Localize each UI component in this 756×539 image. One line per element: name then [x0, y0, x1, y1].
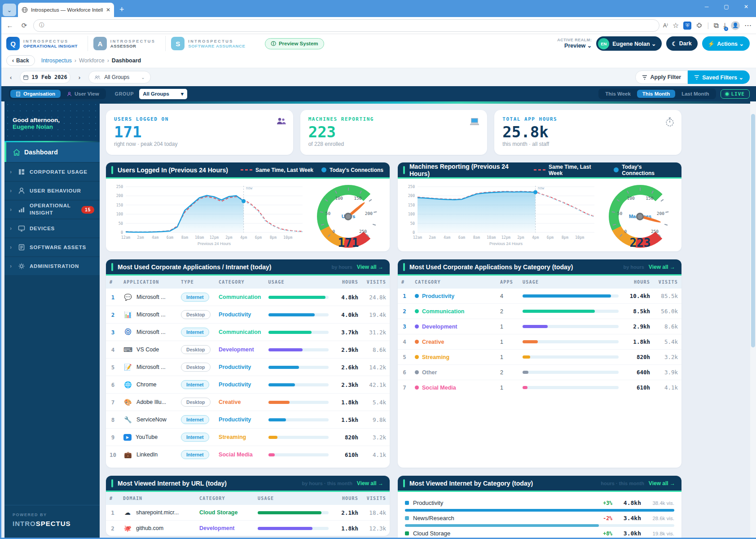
tab-close-icon[interactable]: ✕: [106, 7, 110, 13]
net-category-row-productivity[interactable]: Productivity+3%4.8kh38.4k vis.: [405, 496, 674, 512]
view-all-link[interactable]: View all →: [357, 264, 383, 270]
visits-value: 24.8k: [362, 289, 390, 306]
sidebar-item-devices[interactable]: ›DEVICES: [4, 219, 100, 237]
type-pill: Internet: [181, 293, 209, 302]
breadcrumb-row: ‹ Back Introspectus › Workforce › Dashbo…: [0, 53, 756, 68]
apply-filter-button[interactable]: Apply Filter: [635, 70, 688, 84]
password-manager-icon[interactable]: ⛨: [683, 22, 691, 30]
sidebar-item-software-assets[interactable]: ›SOFTWARE ASSETS: [4, 238, 100, 256]
net-category-row-cloud-storage[interactable]: Cloud Storage+8%3.0kh19.8k vis.: [405, 527, 674, 539]
visits-value: 85.5k: [654, 289, 681, 304]
page-scrollbar[interactable]: [750, 101, 756, 539]
dark-mode-button[interactable]: ☾ Dark: [666, 36, 698, 51]
profile-avatar[interactable]: 👤: [731, 21, 740, 30]
category-row-development[interactable]: 3Development12.9kh8.6k: [398, 319, 681, 334]
visits-value: 56.0k: [654, 304, 681, 319]
category-row-streaming[interactable]: 5Streaming1820h3.2k: [398, 350, 681, 365]
category-row-social-media[interactable]: 7Social Media1610h4.1k: [398, 380, 681, 395]
chevron-down-icon: ⌄: [141, 75, 145, 80]
realm-select[interactable]: Preview ⌄: [557, 43, 592, 50]
view-all-link[interactable]: View all →: [649, 480, 675, 486]
date-picker[interactable]: 19 Feb 2026: [20, 71, 70, 83]
category-row-productivity[interactable]: 1Productivity410.4kh85.5k: [398, 289, 681, 304]
category-row-communication[interactable]: 2Communication28.5kh56.0k: [398, 304, 681, 319]
column-header-rank: #: [398, 276, 411, 289]
date-next-button[interactable]: ›: [75, 74, 84, 81]
view-all-link[interactable]: View all →: [649, 264, 675, 270]
net-category-row-news-research[interactable]: News/Research-2%3.4kh28.6k vis.: [405, 512, 674, 527]
favorite-star-icon[interactable]: ☆: [672, 21, 679, 30]
site-info-icon[interactable]: ⓘ: [39, 22, 44, 29]
brand-assessor[interactable]: A INTROSPECTUS ASSESSOR: [88, 36, 166, 51]
app-row-vs-code[interactable]: 4⌨VS CodeDesktopDevelopment2.9kh8.6k: [106, 341, 390, 359]
category-dot: [415, 386, 419, 390]
app-row-chrome[interactable]: 6🌐ChromeInternetProductivity2.3kh42.1k: [106, 376, 390, 394]
period-last-month[interactable]: Last Month: [676, 90, 714, 98]
tab-search-button[interactable]: ⌄: [3, 4, 16, 16]
app-name: 📊Microsoft ...: [123, 311, 174, 318]
app-row-microsoft-[interactable]: 1💬Microsoft ...InternetCommunication4.8k…: [106, 289, 390, 306]
change-percent: -2%: [603, 515, 612, 521]
actions-button[interactable]: ⚡ Actions ⌄: [702, 36, 750, 51]
rank: 5: [106, 359, 120, 376]
brand-software-assurance[interactable]: S INTROSPECTUS SOFTWARE ASSURANCE: [166, 36, 255, 51]
hours-value: 610h: [622, 380, 654, 395]
read-aloud-icon[interactable]: A⁾: [663, 22, 668, 29]
saved-filters-button[interactable]: Saved Filters ⌄: [688, 70, 750, 84]
user-view-toggle[interactable]: User View: [62, 90, 105, 98]
app-row-microsoft-[interactable]: 2📊Microsoft ...DesktopProductivity4.0kh1…: [106, 306, 390, 324]
group-select[interactable]: All Groups ▾: [139, 89, 187, 99]
sidebar-item-corporate-usage[interactable]: ›CORPORATE USAGE: [4, 163, 100, 181]
sidebar-item-dashboard[interactable]: Dashboard: [4, 142, 100, 162]
app-row-microsoft-[interactable]: 3ⓄMicrosoft ...InternetCommunication3.7k…: [106, 324, 390, 341]
category-row-other[interactable]: 6Other2640h3.9k: [398, 365, 681, 380]
window-frame: [0, 17, 1, 539]
app-name: ⌨VS Code: [123, 346, 174, 353]
downloads-icon[interactable]: ⤓0: [723, 22, 726, 30]
app-row-linkedin[interactable]: 10💼LinkedInInternetSocial Media610h4.1k: [106, 446, 390, 464]
groups-filter-select[interactable]: All Groups ⌄: [88, 71, 150, 83]
browser-menu-icon[interactable]: ⋯: [744, 21, 752, 30]
window-maximize-button[interactable]: ▢: [716, 0, 736, 13]
category-row-creative[interactable]: 4Creative11.8kh5.4k: [398, 334, 681, 350]
window-minimize-button[interactable]: ─: [697, 0, 716, 13]
app-row-youtube[interactable]: 9▶YouTubeInternetStreaming820h3.2k: [106, 429, 390, 446]
new-tab-button[interactable]: +: [119, 5, 124, 14]
app-row-microsoft-[interactable]: 5📝Microsoft ...DesktopProductivity2.6kh1…: [106, 359, 390, 376]
period-this-month[interactable]: This Month: [637, 90, 675, 98]
favorites-bar-icon[interactable]: ⧉: [713, 22, 718, 30]
svg-text:2pm: 2pm: [225, 235, 232, 240]
breadcrumb-introspectus[interactable]: Introspectus: [41, 57, 72, 64]
sidebar-item-user-behaviour[interactable]: ›USER BEHAVIOUR: [4, 182, 100, 200]
period-this-week[interactable]: This Week: [600, 90, 636, 98]
address-bar[interactable]: ⓘ: [33, 19, 659, 32]
brand-operational-insight[interactable]: Q INTROSPECTUS OPERATIONAL INSIGHT: [6, 36, 88, 51]
date-prev-button[interactable]: ‹: [6, 74, 15, 81]
svg-text:150: 150: [116, 203, 123, 207]
view-all-link[interactable]: View all →: [357, 480, 383, 486]
category-label: Communication: [215, 289, 264, 306]
type-pill: Desktop: [181, 310, 210, 319]
organisation-toggle[interactable]: Organisation: [10, 90, 61, 98]
browser-back-button[interactable]: ←: [4, 22, 15, 29]
url-row-github-com[interactable]: 2🐙github.comDevelopment1.8kh12.3k: [106, 521, 390, 536]
scrollbar-thumb[interactable]: [751, 114, 755, 347]
sidebar-item-administration[interactable]: ›ADMINISTRATION: [4, 257, 100, 275]
user-menu[interactable]: EN Eugene Nolan ⌄: [596, 36, 661, 51]
url-row-sharepoint-micr-[interactable]: 1☁sharepoint.micr...Cloud Storage2.1kh18…: [106, 505, 390, 521]
column-header-hours: HOURS: [622, 276, 654, 289]
svg-text:0: 0: [413, 230, 415, 235]
hours-value: 3.7kh: [332, 324, 362, 341]
browser-tab[interactable]: Introspectus — Workforce Intellige ✕: [18, 3, 114, 17]
window-close-button[interactable]: ✕: [736, 0, 756, 13]
back-button[interactable]: ‹ Back: [6, 55, 35, 66]
browser-reload-button[interactable]: ⟳: [19, 22, 30, 30]
svg-text:4am: 4am: [152, 235, 158, 240]
sidebar-item-operational-insight[interactable]: ›OPERATIONAL INSIGHT15: [4, 201, 100, 219]
extensions-icon[interactable]: [696, 22, 703, 29]
visits-value: 8.6k: [654, 319, 681, 334]
breadcrumb-workforce[interactable]: Workforce: [79, 57, 105, 64]
divider: |: [707, 22, 709, 30]
app-row-adobe-illu-[interactable]: 7🎨Adobe Illu...DesktopCreative1.8kh5.4k: [106, 394, 390, 411]
app-row-servicenow[interactable]: 8🔧ServiceNowInternetProductivity1.5kh9.8…: [106, 411, 390, 429]
